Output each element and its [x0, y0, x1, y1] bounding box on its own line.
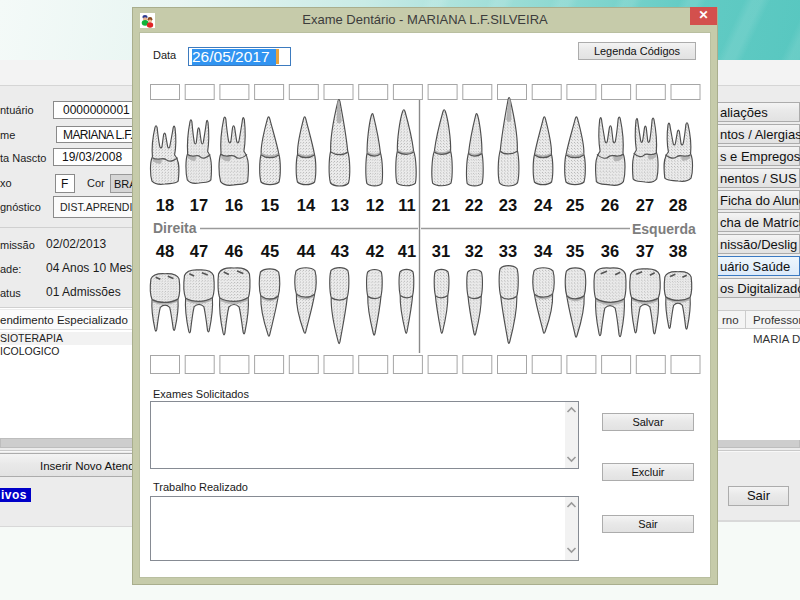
svg-text:21: 21 [432, 196, 450, 214]
svg-text:33: 33 [499, 242, 517, 260]
svg-text:26: 26 [601, 196, 619, 214]
svg-text:36: 36 [601, 242, 619, 260]
svg-text:17: 17 [190, 196, 208, 214]
svg-text:24: 24 [534, 196, 553, 214]
svg-text:13: 13 [331, 196, 349, 214]
svg-text:41: 41 [398, 242, 416, 260]
svg-text:35: 35 [566, 242, 584, 260]
svg-text:18: 18 [156, 196, 174, 214]
svg-text:38: 38 [669, 242, 687, 260]
svg-text:28: 28 [669, 196, 687, 214]
svg-text:11: 11 [398, 196, 415, 214]
svg-text:42: 42 [366, 242, 384, 260]
svg-text:37: 37 [636, 242, 654, 260]
svg-text:Direita: Direita [153, 220, 197, 236]
svg-text:43: 43 [331, 242, 349, 260]
svg-text:16: 16 [225, 196, 243, 214]
svg-text:45: 45 [261, 242, 279, 260]
svg-text:23: 23 [499, 196, 517, 214]
svg-text:Esquerda: Esquerda [632, 221, 696, 237]
svg-text:32: 32 [465, 242, 483, 260]
svg-text:14: 14 [297, 196, 316, 214]
svg-text:34: 34 [534, 242, 553, 260]
svg-text:46: 46 [225, 242, 243, 260]
svg-text:27: 27 [636, 196, 654, 214]
svg-text:48: 48 [156, 242, 174, 260]
svg-text:12: 12 [366, 196, 384, 214]
svg-text:44: 44 [297, 242, 316, 260]
svg-text:31: 31 [432, 242, 450, 260]
svg-text:25: 25 [566, 196, 584, 214]
svg-text:22: 22 [465, 196, 483, 214]
svg-text:15: 15 [261, 196, 279, 214]
svg-text:47: 47 [190, 242, 208, 260]
